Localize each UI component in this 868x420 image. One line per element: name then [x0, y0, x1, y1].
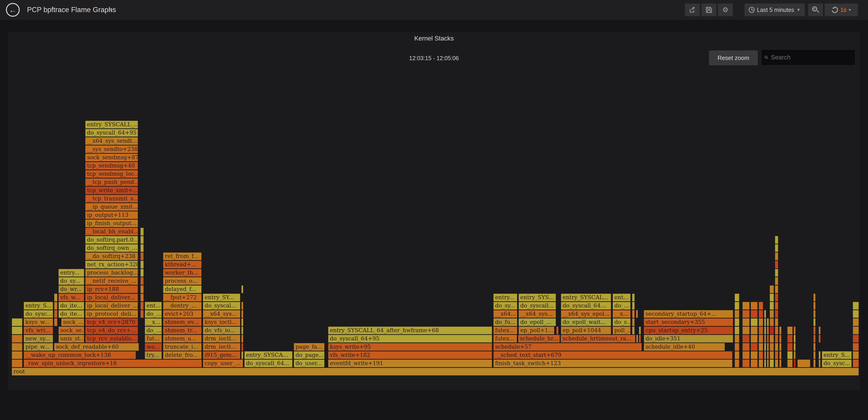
flame-box[interactable]: ip_protocol_deli... — [85, 310, 138, 318]
flame-box[interactable] — [735, 310, 739, 318]
flame-box[interactable]: schedule_idle+40 — [644, 343, 725, 351]
flame-box[interactable]: futex... — [494, 327, 517, 334]
flame-box[interactable]: fut... — [145, 335, 162, 343]
flame-box[interactable]: secondary_startup_64+... — [644, 310, 733, 318]
flame-box[interactable]: tcp_v4_rcv+2870 — [85, 318, 138, 326]
flame-box[interactable]: net_rx_action+328 — [85, 261, 138, 268]
flame-box[interactable] — [779, 343, 781, 351]
flame-box[interactable] — [764, 351, 766, 359]
flame-box[interactable]: ip_finish_output... — [85, 220, 138, 227]
flame-box[interactable] — [12, 318, 22, 326]
flame-box[interactable] — [787, 343, 793, 351]
flame-box[interactable] — [141, 261, 144, 268]
flame-box[interactable] — [813, 294, 815, 301]
flame-box[interactable] — [759, 310, 763, 318]
flame-box[interactable] — [764, 318, 766, 326]
flame-box[interactable] — [751, 343, 757, 351]
flame-box[interactable]: do_sy... — [59, 277, 84, 285]
flame-box[interactable] — [743, 302, 749, 310]
flame-box[interactable] — [751, 335, 757, 343]
flame-box[interactable]: ep_poll+1044 — [561, 327, 611, 334]
flame-box[interactable] — [751, 310, 757, 318]
flame-box[interactable]: do_syscall_64... — [561, 302, 611, 310]
flame-box[interactable] — [242, 351, 243, 359]
flame-box[interactable]: futex... — [494, 335, 517, 343]
flame-box[interactable]: shmem_tr... — [163, 327, 202, 334]
flame-box[interactable]: do_... — [613, 302, 630, 310]
flame-box[interactable] — [12, 335, 22, 343]
flame-box[interactable]: delayed_f... — [163, 286, 202, 293]
flame-box[interactable] — [759, 318, 763, 326]
flame-box[interactable]: do_epoll_... — [519, 318, 556, 326]
flame-box[interactable]: _raw_spin_unlock_irqrestore+16 — [24, 360, 202, 367]
flame-box[interactable] — [759, 327, 763, 334]
flame-box[interactable]: __x64_sys... — [203, 310, 240, 318]
flame-box[interactable] — [242, 327, 243, 334]
flame-box[interactable] — [819, 360, 820, 367]
flame-box[interactable] — [636, 310, 638, 318]
flame-box[interactable] — [12, 360, 22, 367]
flame-box[interactable] — [735, 343, 739, 351]
flame-box[interactable]: __netif_receive_... — [85, 277, 138, 285]
flame-box[interactable] — [735, 360, 739, 367]
flame-box[interactable] — [141, 236, 144, 244]
flame-box[interactable] — [639, 327, 641, 334]
flame-box[interactable]: do_... — [145, 310, 162, 318]
flame-box[interactable]: i915_gem... — [203, 351, 240, 359]
flame-box[interactable] — [853, 327, 859, 334]
flame-box[interactable]: sock_sendmsg+87 — [85, 154, 138, 161]
flame-box[interactable]: __wake_up_common_lock+138 — [24, 351, 136, 359]
flame-box[interactable]: do_epoll_wait... — [561, 318, 611, 326]
flame-box[interactable] — [767, 360, 769, 367]
flame-box[interactable] — [767, 318, 769, 326]
flame-box[interactable] — [141, 253, 144, 260]
flame-box[interactable]: delete_fro... — [163, 351, 202, 359]
flame-box[interactable] — [743, 327, 749, 334]
flame-box[interactable] — [775, 310, 778, 318]
flame-box[interactable]: __tcp_push_pend... — [85, 179, 138, 186]
flame-box[interactable] — [798, 360, 810, 367]
flame-box[interactable] — [853, 318, 859, 326]
flame-box[interactable] — [775, 294, 778, 301]
flame-box[interactable]: shmem_ev... — [163, 318, 202, 326]
flame-box[interactable] — [639, 335, 641, 343]
flame-box[interactable] — [743, 343, 749, 351]
flame-box[interactable] — [141, 269, 144, 277]
flame-box[interactable] — [770, 294, 774, 301]
flame-box[interactable] — [743, 335, 749, 343]
flame-box[interactable]: pipe_w... — [24, 343, 53, 351]
flame-box[interactable]: __x64_sys_sendt... — [85, 137, 138, 145]
flame-box[interactable]: do_user... — [294, 360, 324, 367]
flame-box[interactable] — [819, 335, 820, 343]
flame-box[interactable]: unix_st... — [59, 335, 84, 343]
flame-box[interactable] — [794, 335, 796, 343]
flame-box[interactable]: schedule+57 — [494, 343, 642, 351]
flame-box[interactable] — [12, 351, 22, 359]
flame-box[interactable] — [787, 335, 793, 343]
flame-box[interactable] — [242, 335, 243, 343]
flame-box[interactable]: __tcp_transmit_s... — [85, 195, 138, 202]
flame-box[interactable] — [779, 360, 781, 367]
flame-box[interactable] — [141, 286, 144, 293]
flame-box[interactable]: __x... — [145, 318, 162, 326]
flame-box[interactable]: __ip_queue_xmit... — [85, 203, 138, 211]
flame-box[interactable]: __dentry_... — [163, 302, 202, 310]
flame-box[interactable]: sock_se... — [59, 327, 84, 334]
flame-box[interactable] — [242, 318, 243, 326]
flame-box[interactable] — [141, 310, 144, 318]
flame-box[interactable] — [54, 310, 57, 318]
flame-box[interactable]: drm_ioctl... — [203, 343, 240, 351]
flame-box[interactable] — [764, 343, 766, 351]
flame-box[interactable] — [813, 335, 815, 343]
flame-box[interactable] — [775, 360, 778, 367]
flame-box[interactable]: __do_softirq+238 — [85, 253, 138, 260]
flame-box[interactable] — [637, 335, 638, 343]
flame-box[interactable]: sock_... — [61, 318, 84, 326]
flame-box[interactable]: eventfd_write+191 — [328, 360, 492, 367]
flame-box[interactable]: do_wr... — [59, 286, 84, 293]
flame-box[interactable] — [141, 228, 144, 235]
flame-box[interactable] — [735, 302, 739, 310]
flame-box[interactable]: __x64_sys... — [519, 310, 556, 318]
flame-box[interactable] — [794, 327, 796, 334]
flame-box[interactable]: ip_local_deliver... — [85, 294, 138, 301]
